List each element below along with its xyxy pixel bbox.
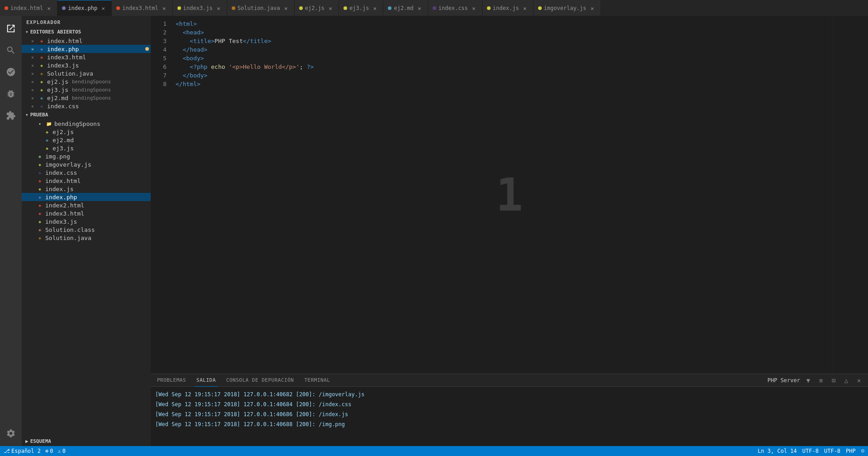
js-dot-icon (487, 6, 491, 10)
tab-close-button[interactable]: × (371, 5, 378, 12)
folder-label: bendingSpoons (54, 120, 100, 127)
open-editor-index3-js[interactable]: ✕ ◈ index3.js (22, 61, 151, 69)
open-editor-label: index3.js (47, 62, 79, 69)
open-editor-index3-html[interactable]: ✕ ◈ index3.html (22, 53, 151, 61)
panel: PROBLEMAS SALIDA CONSOLA DE DEPURACIÓN T… (151, 374, 868, 446)
code-line-4: </head> (176, 45, 832, 54)
tab-index3-html[interactable]: index3.html× (112, 0, 172, 16)
file-index-html[interactable]: ◈ index.html (22, 177, 151, 185)
encoding-label: UTF-8 (802, 448, 819, 454)
file-index-css[interactable]: ◈ index.css (22, 168, 151, 177)
tab-close-button[interactable]: × (282, 5, 290, 12)
panel-maximize-icon[interactable]: △ (842, 376, 851, 385)
tab-ej2-js[interactable]: ej2.js× (295, 0, 339, 16)
css-file-icon: ◈ (38, 102, 45, 110)
esquema-section[interactable]: ▶ ESQUEMA (22, 437, 151, 446)
tab-close-button[interactable]: × (470, 5, 477, 12)
esquema-label: ESQUEMA (30, 438, 51, 444)
status-encoding[interactable]: UTF-8 (802, 448, 819, 454)
panel-tab-problems[interactable]: PROBLEMAS (155, 374, 188, 387)
explorer-icon[interactable] (0, 18, 22, 39)
status-warnings[interactable]: ⚠ 0 (58, 448, 66, 454)
js-dot-icon (177, 6, 181, 10)
status-language[interactable]: PHP (846, 448, 856, 454)
status-branch[interactable]: ⎇ Español 2 (4, 448, 41, 454)
code-line-6: <?php echo '<p>Hello World</p>'; ?> (176, 62, 832, 71)
extensions-icon[interactable] (0, 105, 22, 126)
open-editors-arrow: ▾ (25, 29, 29, 35)
status-right: Ln 3, Col 14 UTF-8 UTF-8 PHP ☺ (758, 448, 864, 454)
tab-label: index3.html (122, 5, 158, 11)
panel-tab-terminal[interactable]: TERMINAL (302, 374, 332, 387)
file-label: index3.js (45, 218, 77, 225)
panel-tab-salida[interactable]: SALIDA (195, 374, 218, 387)
git-branch-icon: ⎇ (4, 448, 10, 454)
html-dot-icon (5, 6, 8, 10)
tab-close-button[interactable]: × (100, 5, 107, 12)
tab-close-button[interactable]: × (45, 5, 52, 12)
tab-close-button[interactable]: × (161, 5, 168, 12)
file-ej2-js[interactable]: ◈ ej2.js (22, 128, 151, 136)
tab-close-button[interactable]: × (521, 5, 529, 12)
open-editor-label: index.css (47, 103, 79, 110)
open-editor-ej2-md[interactable]: ✕ ◈ ej2.md bendingSpoons (22, 94, 151, 102)
tab-ej3-js[interactable]: ej3.js× (339, 0, 383, 16)
tab-close-button[interactable]: × (589, 5, 596, 12)
settings-icon[interactable] (0, 422, 22, 444)
tab-index-css[interactable]: index.css× (428, 0, 482, 16)
file-ej2-md[interactable]: ◈ ej2.md (22, 136, 151, 144)
file-ej3-js[interactable]: ◈ ej3.js (22, 144, 151, 152)
tab-close-button[interactable]: × (327, 5, 334, 12)
search-icon[interactable] (0, 39, 22, 61)
js-dot-icon (538, 6, 542, 10)
debug-icon[interactable] (0, 83, 22, 105)
file-index-js[interactable]: ◈ index.js (22, 185, 151, 193)
file-index3-html[interactable]: ◈ index3.html (22, 209, 151, 217)
git-icon[interactable] (0, 61, 22, 83)
open-editor-label: index3.html (47, 54, 86, 61)
tab-index-php[interactable]: index.php× (57, 0, 112, 16)
open-editor-solution-java[interactable]: ✕ ◈ Solution.java (22, 69, 151, 77)
tab-close-button[interactable]: × (215, 5, 222, 12)
file-index-php[interactable]: ◈ index.php (22, 193, 151, 201)
open-editor-ej3-js[interactable]: ✕ ◈ ej3.js bendingSpoons (22, 86, 151, 94)
file-solution-java[interactable]: ◈ Solution.java (22, 234, 151, 242)
open-editor-ej2-js[interactable]: ✕ ◈ ej2.js bendingSpoons (22, 77, 151, 86)
open-editor-index-php[interactable]: ✕ ◈ index.php (22, 45, 151, 53)
tab-close-button[interactable]: × (416, 5, 423, 12)
panel-list-icon[interactable]: ≡ (816, 376, 825, 385)
folder-arrow-icon: ▾ (36, 120, 43, 127)
folder-bending-spoons[interactable]: ▾ 📁 bendingSpoons (22, 120, 151, 128)
prueba-section[interactable]: ▾ PRUEBA (22, 110, 151, 120)
open-editor-index-css[interactable]: ✕ ◈ index.css (22, 102, 151, 110)
code-line-7: </body> (176, 71, 832, 80)
status-eol[interactable]: UTF-8 (824, 448, 840, 454)
tab-solution-java[interactable]: Solution.java× (227, 0, 295, 16)
panel-filter-icon[interactable]: ▼ (804, 376, 813, 385)
panel-clear-icon[interactable]: ⊡ (829, 376, 838, 385)
tab-imgoverlay-js[interactable]: imgoverlay.js× (534, 0, 601, 16)
file-solution-class[interactable]: ◈ Solution.class (22, 226, 151, 234)
minimap-number: 1 (496, 168, 523, 221)
status-cursor[interactable]: Ln 3, Col 14 (758, 448, 797, 454)
js-dot-icon (299, 6, 303, 10)
status-feedback[interactable]: ☺ (861, 448, 864, 454)
badge: bendingSpoons (72, 87, 111, 93)
close-icon: ✕ (29, 53, 36, 61)
error-count: 0 (50, 448, 53, 454)
tab-ej2-md[interactable]: ej2.md× (383, 0, 428, 16)
code-line-3: <title>PHP Test</title> (176, 37, 832, 45)
tab-label: ej3.js (349, 5, 369, 11)
file-img-png[interactable]: ◈ img.png (22, 152, 151, 160)
open-editors-section[interactable]: ▾ EDITORES ABIERTOS (22, 27, 151, 37)
file-index2-html[interactable]: ◈ index2.html (22, 201, 151, 209)
tab-index-js[interactable]: index.js× (482, 0, 534, 16)
tab-index-html[interactable]: index.html× (0, 0, 57, 16)
tab-index3-js[interactable]: index3.js× (173, 0, 227, 16)
panel-close-icon[interactable]: ✕ (854, 376, 863, 385)
status-errors[interactable]: ⊗ 0 (45, 448, 53, 454)
open-editor-index-html[interactable]: ✕ ◈ index.html (22, 37, 151, 45)
panel-tab-consola[interactable]: CONSOLA DE DEPURACIÓN (224, 374, 296, 387)
file-index3-js[interactable]: ◈ index3.js (22, 217, 151, 226)
file-imgoverlay-js[interactable]: ◈ imgoverlay.js (22, 160, 151, 168)
